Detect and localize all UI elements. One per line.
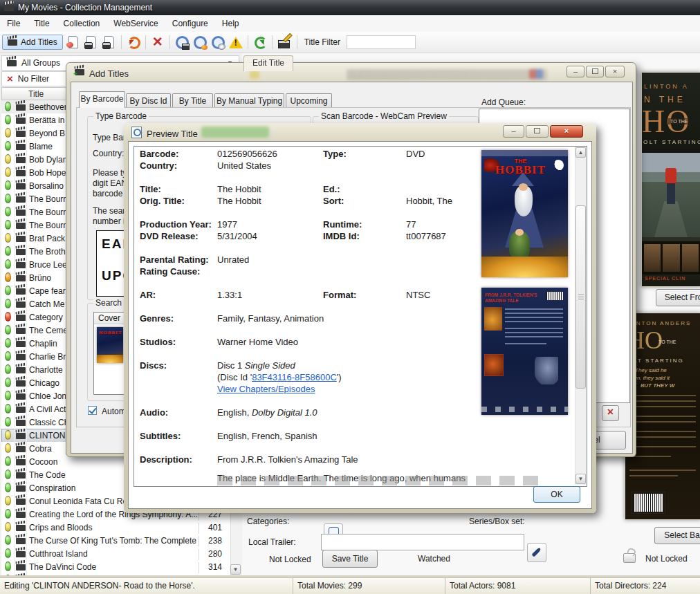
magnifier-icon bbox=[133, 129, 141, 136]
status-green-icon bbox=[5, 220, 11, 230]
title-column-header[interactable]: Title bbox=[28, 89, 44, 99]
movie-icon bbox=[16, 341, 26, 347]
menu-webservice[interactable]: WebService bbox=[107, 15, 165, 32]
cover-text: LINTON A bbox=[644, 83, 689, 90]
hobbit-back-cover[interactable]: FROM J.R.R. TOLKIEN'S AMAZING TALE bbox=[481, 288, 568, 415]
remove-queue-item-button[interactable]: × bbox=[602, 405, 619, 421]
title-list-row[interactable]: The DaVinci Code314 bbox=[1, 560, 230, 574]
disc-id-link[interactable]: 83F43116-8F58600C bbox=[252, 372, 337, 382]
menu-help[interactable]: Help bbox=[215, 15, 246, 32]
edit-title-icon[interactable] bbox=[276, 34, 293, 50]
page-save-icon[interactable] bbox=[83, 34, 100, 50]
add-titles-button[interactable]: Add Titles bbox=[2, 35, 63, 50]
movie-title: Cutthroat Island bbox=[29, 549, 197, 559]
group-icon bbox=[7, 60, 17, 66]
scan-barcode-group-label: Scan Barcode - WebCam Preview bbox=[319, 111, 449, 121]
delete-icon[interactable] bbox=[149, 34, 166, 50]
title-list-row[interactable]: The Curse Of King Tut's Tomb: The Comple… bbox=[1, 534, 230, 548]
field-label: DVD Release: bbox=[140, 230, 217, 242]
cover-text: BUT THEY W bbox=[641, 382, 674, 389]
status-green-icon bbox=[5, 378, 11, 387]
front-cover-image[interactable]: LINTON A N THE HO TO THE OLT STARTING SP… bbox=[641, 72, 700, 287]
movie-icon bbox=[16, 183, 26, 189]
scroll-down-icon[interactable]: ▼ bbox=[575, 474, 586, 484]
window-title: My Movies - Collection Management bbox=[18, 3, 152, 12]
title-list-row[interactable]: Crips and Bloods401 bbox=[1, 521, 230, 535]
ok-button[interactable]: OK bbox=[533, 486, 580, 503]
refresh-orange-icon[interactable] bbox=[125, 34, 142, 50]
menu-bar: FileTitleCollectionWebServiceConfigureHe… bbox=[0, 15, 700, 33]
not-locked-label-left: Not Locked bbox=[269, 555, 311, 564]
tab-by-title[interactable]: By Title bbox=[172, 93, 213, 108]
tab-by-manual-typing[interactable]: By Manual Typing bbox=[214, 93, 284, 108]
status-green-icon bbox=[5, 299, 11, 308]
web-clapper-icon[interactable] bbox=[174, 34, 190, 50]
warning-icon[interactable] bbox=[228, 34, 244, 50]
select-front-button[interactable]: Select Fro bbox=[656, 289, 700, 306]
close-button[interactable]: × bbox=[605, 66, 625, 77]
menu-title[interactable]: Title bbox=[27, 15, 56, 32]
menu-collection[interactable]: Collection bbox=[57, 15, 107, 32]
field-label: Type: bbox=[323, 148, 406, 160]
tab-by-disc-id[interactable]: By Disc Id bbox=[126, 93, 171, 108]
scroll-up-icon[interactable]: ▲ bbox=[575, 147, 586, 158]
series-box-icon[interactable] bbox=[527, 543, 546, 562]
glass-reflection bbox=[201, 127, 269, 138]
movie-title: The DaVinci Code bbox=[29, 562, 197, 572]
minimize-button[interactable]: – bbox=[567, 66, 584, 77]
cover-text: FROM J.R.R. TOLKIEN'S bbox=[485, 293, 537, 297]
lock-icon[interactable] bbox=[623, 553, 636, 563]
field-value: English, French, Spanish bbox=[217, 430, 570, 442]
field-value: The Hobbit bbox=[217, 195, 323, 207]
status-bar: Editing 'CLINTON ANDERSON- Road to the H… bbox=[0, 577, 700, 594]
refresh-green-icon[interactable] bbox=[252, 34, 268, 50]
minimize-button[interactable]: – bbox=[503, 125, 524, 138]
status-green-icon bbox=[5, 404, 11, 414]
web-ball-icon[interactable] bbox=[192, 34, 208, 50]
close-button[interactable]: × bbox=[550, 125, 583, 138]
maximize-button[interactable] bbox=[586, 66, 604, 77]
page-save-alt-icon[interactable] bbox=[101, 34, 118, 50]
barcode-hint-line: barcode bbox=[93, 189, 122, 198]
page-export-icon[interactable] bbox=[65, 34, 82, 50]
status-yellow-icon bbox=[5, 430, 11, 440]
cover-text: OLT STARTING bbox=[628, 358, 684, 364]
tab-edit-title[interactable]: Edit Title bbox=[243, 55, 293, 71]
preview-title-dialog[interactable]: Preview Title – × Barcode:012569056626Ty… bbox=[124, 123, 596, 513]
status-green-icon bbox=[5, 286, 11, 295]
field-label: Discs: bbox=[140, 360, 217, 395]
details-scrollbar[interactable]: ▲ ▼ bbox=[575, 147, 587, 485]
series-box-label: Series/Box set: bbox=[469, 517, 525, 526]
web-disc-icon[interactable] bbox=[210, 34, 226, 50]
movie-number: 280 bbox=[199, 549, 226, 560]
automatic-checkbox[interactable] bbox=[88, 406, 97, 415]
status-green-icon bbox=[5, 483, 11, 492]
movie-icon bbox=[16, 104, 26, 111]
preview-dialog-body: Barcode:012569056626Type:DVDCountry:Unit… bbox=[128, 141, 592, 509]
scroll-down-icon[interactable]: ▼ bbox=[230, 564, 241, 575]
movie-icon bbox=[16, 485, 26, 492]
cover-text: hen, they said it bbox=[631, 375, 670, 381]
save-title-button[interactable]: Save Title bbox=[322, 550, 378, 568]
window-titlebar[interactable]: My Movies - Collection Management bbox=[0, 0, 700, 15]
app-icon bbox=[4, 5, 14, 11]
menu-configure[interactable]: Configure bbox=[165, 15, 215, 32]
menu-file[interactable]: File bbox=[0, 15, 27, 32]
movie-icon bbox=[16, 420, 26, 426]
scrollbar-thumb[interactable] bbox=[575, 205, 586, 389]
hobbit-front-cover[interactable]: THE HOBBIT bbox=[481, 150, 568, 277]
field-label: Production Year: bbox=[140, 219, 217, 230]
movie-icon bbox=[16, 551, 26, 557]
movie-icon bbox=[16, 236, 26, 242]
title-filter-input[interactable] bbox=[347, 35, 416, 49]
search-result-cover-thumb[interactable]: HOBBIT bbox=[97, 327, 123, 363]
view-chapters-link[interactable]: View Chapters/Episodes bbox=[217, 384, 315, 394]
select-back-button[interactable]: Select Ba bbox=[654, 527, 700, 544]
tab-by-barcode[interactable]: By Barcode bbox=[79, 91, 125, 108]
maximize-button[interactable] bbox=[526, 125, 549, 138]
tab-upcoming[interactable]: Upcoming bbox=[286, 93, 332, 108]
status-total-movies: Total Movies: 299 bbox=[293, 578, 445, 594]
local-trailer-input[interactable] bbox=[321, 534, 524, 550]
status-green-icon bbox=[5, 207, 11, 216]
title-list-row[interactable]: Cutthroat Island280 bbox=[1, 547, 230, 561]
